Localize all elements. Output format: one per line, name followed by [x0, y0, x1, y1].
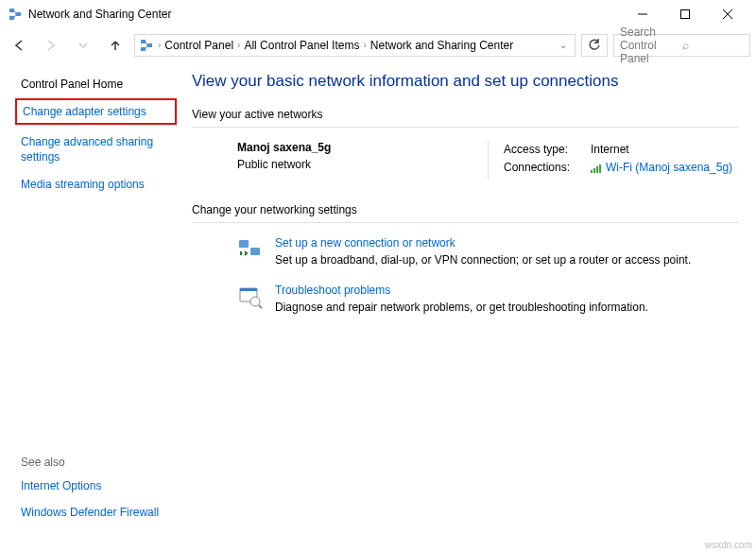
connections-label: Connections:: [504, 159, 585, 179]
svg-rect-7: [141, 40, 146, 43]
search-input[interactable]: Search Control Panel ⌕: [613, 34, 750, 57]
watermark: wsxdn.com: [705, 540, 752, 550]
content-area: Control Panel Home Change adapter settin…: [0, 60, 756, 539]
svg-rect-2: [9, 16, 14, 20]
network-center-icon: [8, 7, 23, 22]
maximize-button[interactable]: [663, 0, 706, 28]
chevron-right-icon[interactable]: ›: [363, 40, 366, 50]
window-controls: [621, 0, 748, 28]
search-icon: ⌕: [682, 39, 745, 52]
divider: [192, 222, 739, 223]
setup-connection-desc: Set up a broadband, dial-up, or VPN conn…: [275, 253, 691, 267]
wifi-signal-icon: [591, 161, 602, 179]
connection-link[interactable]: Wi-Fi (Manoj saxena_5g): [606, 161, 732, 174]
svg-rect-0: [9, 9, 14, 12]
divider: [488, 141, 489, 179]
titlebar: Network and Sharing Center: [0, 0, 756, 28]
svg-rect-11: [593, 168, 595, 173]
up-button[interactable]: [102, 34, 129, 57]
forward-button[interactable]: [38, 34, 64, 57]
svg-rect-4: [680, 10, 689, 19]
network-center-icon: [139, 38, 154, 53]
svg-rect-15: [250, 248, 260, 255]
sidebar: Control Panel Home Change adapter settin…: [0, 60, 184, 539]
page-title: View your basic network information and …: [192, 72, 739, 91]
troubleshoot-link[interactable]: Troubleshoot problems: [275, 284, 648, 297]
setup-connection-item: Set up a new connection or network Set u…: [192, 236, 739, 267]
main-panel: View your basic network information and …: [184, 60, 756, 539]
sidebar-defender-firewall[interactable]: Windows Defender Firewall: [21, 505, 171, 520]
close-button[interactable]: [706, 0, 748, 28]
highlight-box: Change adapter settings: [15, 98, 177, 125]
svg-rect-12: [596, 166, 598, 173]
sidebar-change-adapter[interactable]: Change adapter settings: [23, 104, 169, 119]
breadcrumb-item[interactable]: Control Panel: [164, 39, 233, 52]
address-row: › Control Panel › All Control Panel Item…: [0, 28, 756, 60]
search-placeholder: Search Control Panel: [620, 26, 682, 65]
active-networks-label: View your active networks: [192, 108, 739, 121]
back-button[interactable]: [6, 34, 32, 57]
network-name: Manoj saxena_5g: [237, 141, 472, 154]
svg-point-18: [250, 297, 260, 306]
address-dropdown[interactable]: ⌄: [556, 40, 571, 50]
svg-rect-1: [16, 12, 21, 16]
see-also-label: See also: [21, 456, 171, 469]
chevron-right-icon[interactable]: ›: [237, 40, 240, 50]
address-bar[interactable]: › Control Panel › All Control Panel Item…: [134, 34, 576, 57]
breadcrumb-item[interactable]: Network and Sharing Center: [370, 39, 513, 52]
svg-rect-8: [147, 43, 152, 47]
sidebar-internet-options[interactable]: Internet Options: [21, 478, 171, 493]
recent-dropdown[interactable]: [70, 34, 96, 57]
chevron-right-icon[interactable]: ›: [158, 40, 161, 50]
sidebar-change-advanced[interactable]: Change advanced sharing settings: [21, 134, 171, 164]
active-network-block: Manoj saxena_5g Public network Access ty…: [192, 141, 739, 179]
troubleshoot-item: Troubleshoot problems Diagnose and repai…: [192, 284, 739, 314]
refresh-button[interactable]: [581, 34, 608, 57]
troubleshoot-icon: [237, 284, 264, 310]
svg-rect-17: [240, 288, 257, 291]
sidebar-home[interactable]: Control Panel Home: [21, 78, 171, 91]
change-networking-label: Change your networking settings: [192, 203, 739, 216]
access-type-label: Access type:: [504, 141, 585, 159]
svg-line-19: [259, 305, 262, 308]
network-type: Public network: [237, 158, 472, 171]
svg-rect-10: [591, 170, 593, 173]
setup-connection-link[interactable]: Set up a new connection or network: [275, 236, 691, 250]
divider: [192, 127, 739, 128]
troubleshoot-desc: Diagnose and repair network problems, or…: [275, 301, 648, 314]
svg-rect-14: [239, 240, 249, 248]
window-title: Network and Sharing Center: [28, 8, 621, 21]
setup-connection-icon: [237, 236, 264, 263]
svg-rect-9: [141, 47, 146, 51]
sidebar-media-streaming[interactable]: Media streaming options: [21, 177, 171, 192]
svg-rect-13: [599, 164, 601, 173]
minimize-button[interactable]: [621, 0, 663, 28]
breadcrumb-item[interactable]: All Control Panel Items: [244, 39, 359, 52]
access-type-value: Internet: [591, 141, 629, 159]
